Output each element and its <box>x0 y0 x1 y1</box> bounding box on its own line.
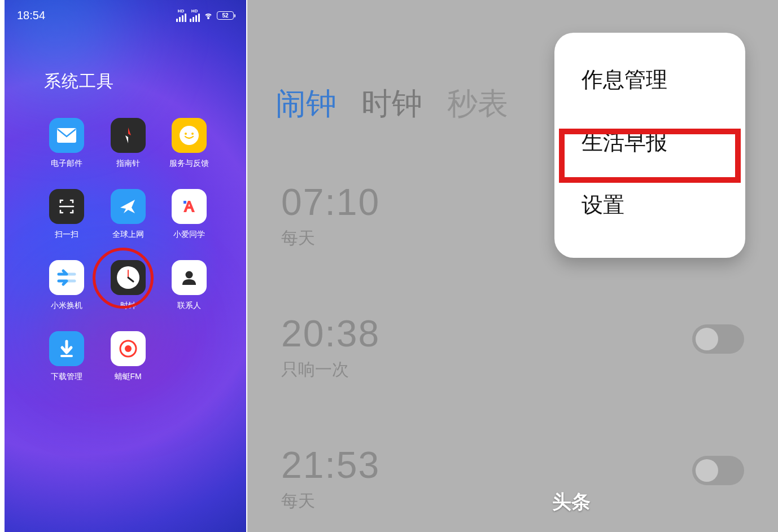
app-label: 指南针 <box>116 159 140 169</box>
phone-home-screen: 18:54 HD HD 52 系统工具 电子邮件 指南针 <box>5 0 246 532</box>
menu-item-settings[interactable]: 设置 <box>554 174 745 236</box>
xiaoai-icon <box>172 189 207 224</box>
app-clock[interactable]: 时钟 <box>106 260 151 311</box>
folder-title: 系统工具 <box>5 25 246 104</box>
alarm-item[interactable]: 20:38 只响一次 <box>281 312 744 381</box>
tab-clock[interactable]: 时钟 <box>361 83 422 125</box>
svg-point-10 <box>186 271 193 279</box>
mail-icon <box>49 118 84 153</box>
clock-app-screen: 闹钟 时钟 秒表 07:10 每天 20:38 只响一次 21:53 每天 作息… <box>247 0 778 532</box>
clock-icon <box>111 260 146 295</box>
app-label: 全球上网 <box>112 230 144 240</box>
tab-alarm[interactable]: 闹钟 <box>276 83 336 125</box>
app-feedback[interactable]: 服务与反馈 <box>167 118 212 169</box>
app-downloads[interactable]: 下载管理 <box>44 331 89 382</box>
wifi-icon <box>203 11 213 19</box>
app-label: 电子邮件 <box>51 159 82 169</box>
menu-item-schedule[interactable]: 作息管理 <box>554 49 745 111</box>
app-mi-mover[interactable]: 小米换机 <box>44 260 89 311</box>
app-qingting-fm[interactable]: 蜻蜓FM <box>106 331 151 382</box>
status-right-cluster: HD HD 52 <box>176 9 234 22</box>
compass-icon <box>111 118 146 153</box>
app-global-net[interactable]: 全球上网 <box>106 189 151 240</box>
clock-tabs: 闹钟 时钟 秒表 <box>276 83 508 125</box>
download-icon <box>49 331 84 366</box>
alarm-toggle[interactable] <box>692 456 744 485</box>
app-mail[interactable]: 电子邮件 <box>44 118 89 169</box>
battery-icon: 52 <box>217 11 234 20</box>
svg-marker-2 <box>125 135 128 143</box>
svg-point-13 <box>125 345 132 352</box>
feedback-icon <box>172 118 207 153</box>
app-label: 扫一扫 <box>55 230 78 240</box>
contacts-icon <box>172 260 207 295</box>
app-label: 蜻蜓FM <box>115 372 142 382</box>
app-label: 服务与反馈 <box>169 159 209 169</box>
app-grid: 电子邮件 指南针 服务与反馈 扫一扫 全球上网 <box>5 104 246 382</box>
menu-item-morning-report[interactable]: 生活早报 <box>554 111 745 174</box>
app-contacts[interactable]: 联系人 <box>167 260 212 311</box>
app-label: 下载管理 <box>51 372 82 382</box>
watermark-text: 头条 <box>552 489 591 515</box>
alarm-item[interactable]: 21:53 每天 <box>281 443 744 513</box>
app-label: 小米换机 <box>51 301 82 311</box>
app-label: 小爱同学 <box>173 230 205 240</box>
app-label: 时钟 <box>120 301 136 311</box>
overflow-menu-popup: 作息管理 生活早报 设置 <box>554 33 745 258</box>
svg-point-4 <box>191 133 194 135</box>
svg-point-3 <box>185 133 187 135</box>
airplane-icon <box>111 189 146 224</box>
svg-marker-1 <box>128 127 131 135</box>
alarm-time: 20:38 <box>281 312 744 355</box>
svg-rect-6 <box>183 201 186 204</box>
alarm-toggle[interactable] <box>692 324 744 354</box>
alarm-repeat: 只响一次 <box>281 358 744 381</box>
app-compass[interactable]: 指南针 <box>106 118 151 169</box>
status-bar: 18:54 HD HD 52 <box>5 0 246 25</box>
app-scan[interactable]: 扫一扫 <box>44 189 89 240</box>
status-time: 18:54 <box>17 9 45 22</box>
signal-2-icon: HD <box>190 9 200 22</box>
app-label: 联系人 <box>177 301 201 311</box>
fm-icon <box>111 331 146 366</box>
mi-mover-icon <box>49 260 84 295</box>
alarm-repeat: 每天 <box>281 490 744 513</box>
app-xiaoai[interactable]: 小爱同学 <box>167 189 212 240</box>
tab-stopwatch[interactable]: 秒表 <box>447 83 508 125</box>
alarm-time: 21:53 <box>281 443 744 486</box>
scan-icon <box>49 189 84 224</box>
signal-1-icon: HD <box>176 9 186 22</box>
